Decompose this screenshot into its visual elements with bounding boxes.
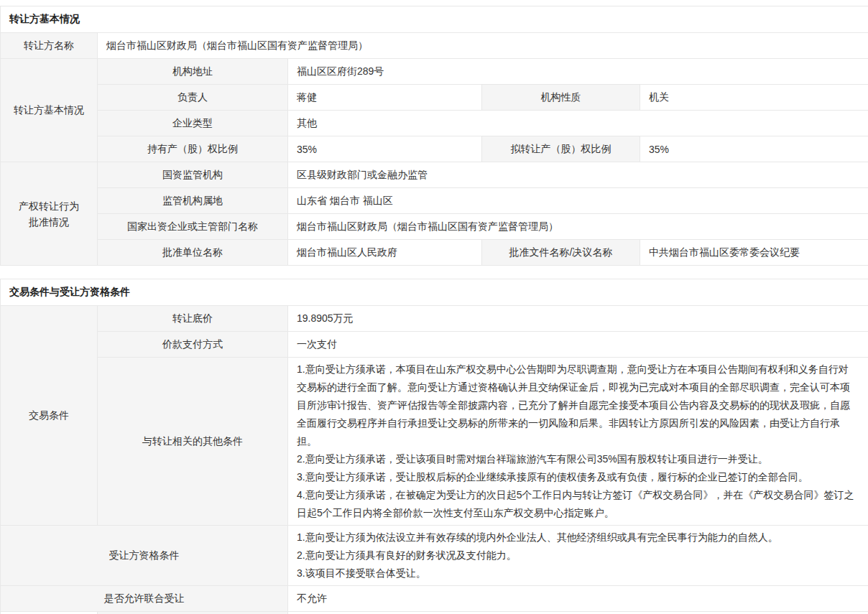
table-row: 批准单位名称 烟台市福山区人民政府 批准文件名称/决议名称 中共烟台市福山区委常… <box>1 240 868 266</box>
sasac-label: 国资监管机构 <box>98 162 288 188</box>
region-value: 山东省 烟台市 福山区 <box>288 188 868 214</box>
principal-value: 蒋健 <box>288 85 482 111</box>
approval-unit-value: 烟台市福山区人民政府 <box>288 240 482 266</box>
transfer-ratio-value: 35% <box>640 136 868 162</box>
enterprise-type-value: 其他 <box>288 111 868 136</box>
floor-price-value: 19.8905万元 <box>288 306 868 332</box>
property-transfer-detail-page: 转让方基本情况 转让方名称 烟台市福山区财政局（烟台市福山区国有资产监督管理局）… <box>0 0 868 614</box>
table-row: 受让方资格条件 1.意向受让方须为依法设立并有效存续的境内外企业法人、其他经济组… <box>1 526 868 586</box>
section-gap <box>0 266 868 279</box>
approval-unit-label: 批准单位名称 <box>98 240 288 266</box>
sasac-value: 区县级财政部门或金融办监管 <box>288 162 868 188</box>
qualification-value: 1.意向受让方须为依法设立并有效存续的境内外企业法人、其他经济组织或具有完全民事… <box>288 526 868 586</box>
transferor-name-value: 烟台市福山区财政局（烟台市福山区国有资产监督管理局） <box>98 33 868 59</box>
payment-method-label: 价款支付方式 <box>98 332 288 358</box>
transferor-info-table: 转让方基本情况 转让方名称 烟台市福山区财政局（烟台市福山区国有资产监督管理局）… <box>0 6 868 266</box>
principal-label: 负责人 <box>98 85 288 111</box>
table-row: 监管机构属地 山东省 烟台市 福山区 <box>1 188 868 214</box>
payment-method-value: 一次支付 <box>288 332 868 358</box>
org-address-label: 机构地址 <box>98 59 288 85</box>
table-row: 持有产（股）权比例 35% 拟转让产（股）权比例 35% <box>1 136 868 162</box>
next-row-partial-cell <box>1 612 98 614</box>
transferor-basic-group-label: 转让方基本情况 <box>1 59 98 162</box>
transferor-name-label: 转让方名称 <box>1 33 98 59</box>
transfer-ratio-label: 拟转让产（股）权比例 <box>482 136 640 162</box>
state-enterprise-value: 烟台市福山区财政局（烟台市福山区国有资产监督管理局） <box>288 214 868 240</box>
section2-header-row: 交易条件与受让方资格条件 <box>1 279 868 306</box>
approval-group-label: 产权转让行为 批准情况 <box>1 162 98 266</box>
table-row: 是否允许联合受让 不允许 <box>1 586 868 612</box>
next-row-partial-value-cell <box>288 612 868 614</box>
floor-price-label: 转让底价 <box>98 306 288 332</box>
next-row-partial-label-cell <box>98 612 288 614</box>
other-conditions-label: 与转让相关的其他条件 <box>98 358 288 526</box>
transaction-conditions-table: 交易条件与受让方资格条件 交易条件 转让底价 19.8905万元 价款支付方式 … <box>0 279 868 614</box>
next-row-partial <box>1 612 868 614</box>
table-row: 负责人 蒋健 机构性质 机关 <box>1 85 868 111</box>
table-row: 转让方名称 烟台市福山区财政局（烟台市福山区国有资产监督管理局） <box>1 33 868 59</box>
table-row: 产权转让行为 批准情况 国资监管机构 区县级财政部门或金融办监管 <box>1 162 868 188</box>
org-nature-value: 机关 <box>640 85 868 111</box>
table-row: 价款支付方式 一次支付 <box>1 332 868 358</box>
other-conditions-value: 1.意向受让方须承诺，本项目在山东产权交易中心公告期即为尽职调查期，意向受让方在… <box>288 358 868 526</box>
state-enterprise-label: 国家出资企业或主管部门名称 <box>98 214 288 240</box>
approval-doc-value: 中共烟台市福山区委常委会议纪要 <box>640 240 868 266</box>
table-row: 国家出资企业或主管部门名称 烟台市福山区财政局（烟台市福山区国有资产监督管理局） <box>1 214 868 240</box>
table-row: 企业类型 其他 <box>1 111 868 136</box>
qualification-label: 受让方资格条件 <box>1 526 288 586</box>
table-row: 与转让相关的其他条件 1.意向受让方须承诺，本项目在山东产权交易中心公告期即为尽… <box>1 358 868 526</box>
table-row: 转让方基本情况 机构地址 福山区区府街289号 <box>1 59 868 85</box>
enterprise-type-label: 企业类型 <box>98 111 288 136</box>
section2-title: 交易条件与受让方资格条件 <box>1 279 868 306</box>
org-nature-label: 机构性质 <box>482 85 640 111</box>
held-ratio-value: 35% <box>288 136 482 162</box>
org-address-value: 福山区区府街289号 <box>288 59 868 85</box>
section1-header-row: 转让方基本情况 <box>1 6 868 33</box>
region-label: 监管机构属地 <box>98 188 288 214</box>
transaction-conditions-group-label: 交易条件 <box>1 306 98 526</box>
table-row: 交易条件 转让底价 19.8905万元 <box>1 306 868 332</box>
joint-transfer-label: 是否允许联合受让 <box>1 586 288 612</box>
held-ratio-label: 持有产（股）权比例 <box>98 136 288 162</box>
joint-transfer-value: 不允许 <box>288 586 868 612</box>
section1-title: 转让方基本情况 <box>1 6 868 33</box>
approval-doc-label: 批准文件名称/决议名称 <box>482 240 640 266</box>
